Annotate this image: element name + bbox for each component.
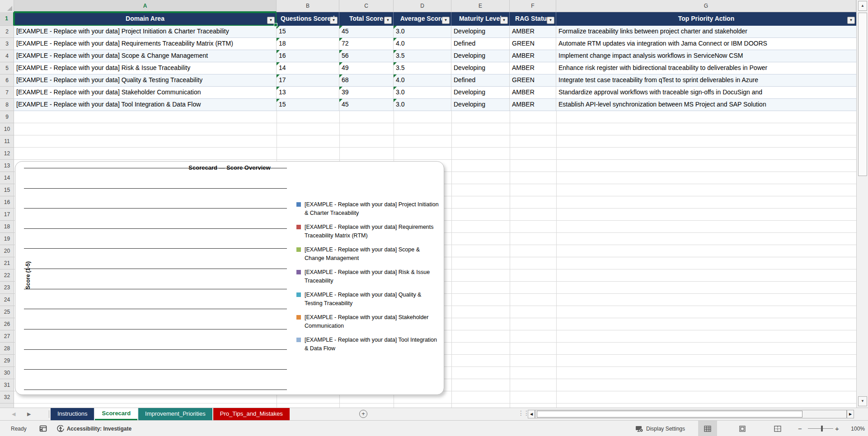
cell-domain[interactable]: [EXAMPLE - Replace with your data] Quali… xyxy=(14,74,277,86)
cell-maturity[interactable]: Developing xyxy=(451,99,510,111)
cell-domain[interactable]: [EXAMPLE - Replace with your data] Proje… xyxy=(14,26,277,37)
tab-instructions[interactable]: Instructions xyxy=(51,408,94,420)
cell-questions[interactable]: 17 xyxy=(277,74,339,86)
cell-rag[interactable]: AMBER xyxy=(510,62,556,74)
cell-maturity[interactable]: Developing xyxy=(451,26,510,37)
row-header[interactable]: 26 xyxy=(0,318,14,330)
page-break-view-button[interactable] xyxy=(768,421,787,436)
cell-rag[interactable]: AMBER xyxy=(510,50,556,62)
header-maturity-level[interactable]: Maturity Level▼ xyxy=(451,12,510,26)
row-header[interactable]: 6 xyxy=(0,74,14,87)
horizontal-scrollbar[interactable] xyxy=(535,410,847,418)
cell-maturity[interactable]: Defined xyxy=(451,38,510,50)
cell-average[interactable]: 3.5 xyxy=(394,62,451,74)
row-header[interactable]: 9 xyxy=(0,111,14,123)
zoom-out-button[interactable]: − xyxy=(798,421,802,436)
page-layout-view-button[interactable] xyxy=(733,421,752,436)
add-sheet-button[interactable]: + xyxy=(359,410,367,418)
legend-item[interactable]: [EXAMPLE - Replace with your data] Stake… xyxy=(296,313,440,330)
cell-rag[interactable]: GREEN xyxy=(510,38,556,50)
row-header[interactable]: 25 xyxy=(0,306,14,318)
row-header[interactable]: 5 xyxy=(0,62,14,74)
macro-record-icon[interactable] xyxy=(39,425,47,432)
cell-average[interactable]: 3.0 xyxy=(394,87,451,98)
row-header[interactable]: 27 xyxy=(0,330,14,343)
cell-domain[interactable]: [EXAMPLE - Replace with your data] Tool … xyxy=(14,99,277,111)
cell-questions[interactable]: 14 xyxy=(277,62,339,74)
row-header[interactable]: 17 xyxy=(0,209,14,221)
row-header[interactable]: 3 xyxy=(0,38,14,50)
header-average-score[interactable]: Average Score▼ xyxy=(394,12,451,26)
cell-average[interactable]: 3.5 xyxy=(394,50,451,62)
row-header[interactable]: 24 xyxy=(0,294,14,306)
cell-questions[interactable]: 18 xyxy=(277,38,339,50)
row-header[interactable]: 8 xyxy=(0,99,14,111)
tab-improvement-priorities[interactable]: Improvement_Priorities xyxy=(138,408,212,420)
header-top-priority-action[interactable]: Top Priority Action▼ xyxy=(556,12,856,26)
header-questions-scored[interactable]: Questions Scored▼ xyxy=(277,12,339,26)
row-header[interactable]: 18 xyxy=(0,221,14,233)
cell-questions[interactable]: 13 xyxy=(277,87,339,98)
accessibility-status[interactable]: Accessibility: Investigate xyxy=(57,425,131,432)
header-total-score[interactable]: Total Score▼ xyxy=(339,12,394,26)
cell-action[interactable]: Establish API-level synchronization betw… xyxy=(556,99,856,111)
cell-total[interactable]: 68 xyxy=(339,74,394,86)
scroll-right-icon[interactable]: ▶ xyxy=(847,410,854,418)
cell-total[interactable]: 56 xyxy=(339,50,394,62)
select-all-button[interactable] xyxy=(0,0,14,12)
cell-action[interactable]: Standardize approval workflows with trac… xyxy=(556,87,856,98)
cell-questions[interactable]: 15 xyxy=(277,26,339,37)
row-header[interactable]: 15 xyxy=(0,184,14,196)
row-header[interactable]: 11 xyxy=(0,135,14,148)
cell-domain[interactable]: [EXAMPLE - Replace with your data] Risk … xyxy=(14,62,277,74)
filter-dropdown-icon[interactable]: ▼ xyxy=(442,17,450,24)
cell-maturity[interactable]: Developing xyxy=(451,87,510,98)
row-header[interactable]: 4 xyxy=(0,50,14,62)
legend-item[interactable]: [EXAMPLE - Replace with your data] Proje… xyxy=(296,200,440,218)
row-header[interactable]: 31 xyxy=(0,379,14,391)
column-header-G[interactable]: G xyxy=(556,0,856,12)
row-header[interactable]: 14 xyxy=(0,172,14,184)
column-header-F[interactable]: F xyxy=(510,0,556,12)
row-header[interactable]: 32 xyxy=(0,391,14,404)
cell-action[interactable]: Automate RTM updates via integration wit… xyxy=(556,38,856,50)
cell-questions[interactable]: 16 xyxy=(277,50,339,62)
column-header-B[interactable]: B xyxy=(277,0,339,12)
filter-dropdown-icon[interactable]: ▼ xyxy=(267,17,275,24)
vertical-scrollbar[interactable]: ▲ ▼ xyxy=(856,0,868,408)
row-header[interactable]: 1 xyxy=(0,12,14,26)
cell-total[interactable]: 49 xyxy=(339,62,394,74)
cell-average[interactable]: 4.0 xyxy=(394,38,451,50)
cell-rag[interactable]: AMBER xyxy=(510,26,556,37)
next-sheet-icon[interactable]: ▶ xyxy=(27,411,31,417)
legend-item[interactable]: [EXAMPLE - Replace with your data] Tool … xyxy=(296,336,440,353)
cell-action[interactable]: Formalize traceability links between pro… xyxy=(556,26,856,37)
filter-dropdown-icon[interactable]: ▼ xyxy=(384,17,392,24)
normal-view-button[interactable] xyxy=(698,421,717,436)
cell-average[interactable]: 4.0 xyxy=(394,74,451,86)
row-header[interactable]: 20 xyxy=(0,245,14,257)
legend-item[interactable]: [EXAMPLE - Replace with your data] Requi… xyxy=(296,223,440,240)
horizontal-scrollbar-thumb[interactable] xyxy=(537,411,802,417)
filter-dropdown-icon[interactable]: ▼ xyxy=(330,17,338,24)
column-header-A[interactable]: A xyxy=(14,0,277,12)
scrollbar-splitter-handle[interactable]: ⋮⋮ xyxy=(518,409,529,417)
cell-total[interactable]: 72 xyxy=(339,38,394,50)
cell-rag[interactable]: AMBER xyxy=(510,87,556,98)
zoom-in-button[interactable]: + xyxy=(835,421,839,436)
row-header[interactable]: 12 xyxy=(0,148,14,160)
cell-total[interactable]: 45 xyxy=(339,99,394,111)
legend-item[interactable]: [EXAMPLE - Replace with your data] Scope… xyxy=(296,246,440,263)
filter-dropdown-icon[interactable]: ▼ xyxy=(847,17,855,24)
zoom-level-button[interactable]: 100% xyxy=(847,421,865,436)
row-header[interactable]: 2 xyxy=(0,26,14,38)
cell-maturity[interactable]: Developing xyxy=(451,50,510,62)
cell-maturity[interactable]: Developing xyxy=(451,62,510,74)
row-header[interactable]: 10 xyxy=(0,123,14,135)
row-header[interactable]: 22 xyxy=(0,269,14,282)
cell-average[interactable]: 3.0 xyxy=(394,26,451,37)
legend-item[interactable]: [EXAMPLE - Replace with your data] Risk … xyxy=(296,268,440,285)
cell-domain[interactable]: [EXAMPLE - Replace with your data] Requi… xyxy=(14,38,277,50)
cell-domain[interactable]: [EXAMPLE - Replace with your data] Scope… xyxy=(14,50,277,62)
filter-dropdown-icon[interactable]: ▼ xyxy=(500,17,508,24)
